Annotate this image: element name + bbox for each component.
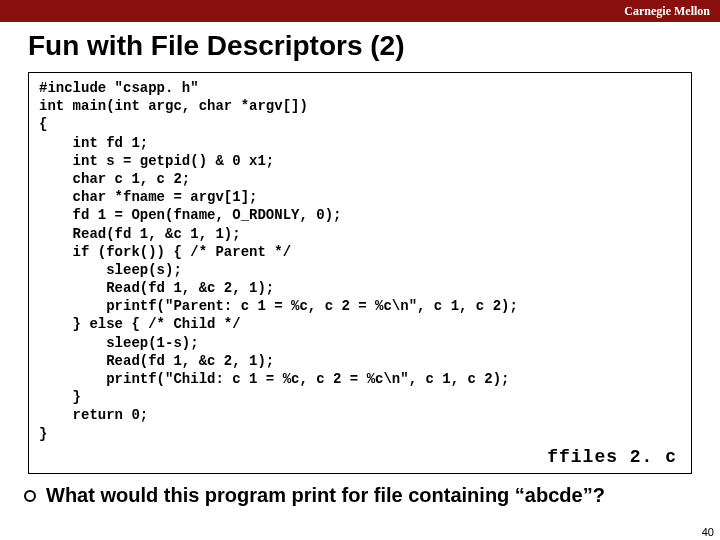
brand-label: Carnegie Mellon [624, 4, 710, 19]
slide: Carnegie Mellon Fun with File Descriptor… [0, 0, 720, 540]
page-number: 40 [702, 526, 714, 538]
filename-label: ffiles 2. c [547, 447, 677, 467]
code-listing: #include "csapp. h" int main(int argc, c… [39, 79, 681, 443]
top-bar: Carnegie Mellon [0, 0, 720, 22]
slide-title: Fun with File Descriptors (2) [0, 22, 720, 72]
bullet-row: What would this program print for file c… [0, 474, 720, 507]
bullet-icon [24, 490, 36, 502]
question-text: What would this program print for file c… [46, 484, 605, 507]
code-box: #include "csapp. h" int main(int argc, c… [28, 72, 692, 474]
